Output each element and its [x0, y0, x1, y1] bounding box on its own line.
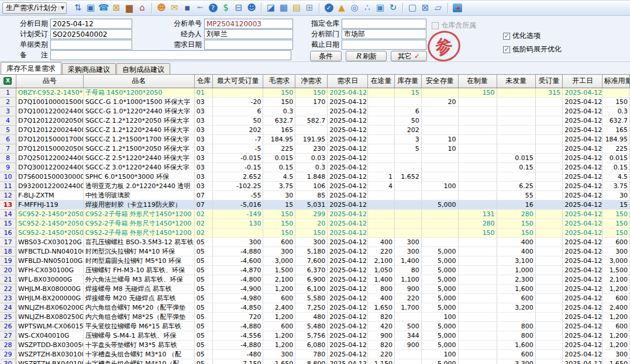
cell-stock[interactable]: 300: [394, 247, 421, 256]
cell-safety_stock[interactable]: 10: [421, 134, 458, 144]
cell-unshipped[interactable]: 1,000: [497, 265, 535, 275]
cell-std_usage[interactable]: 300: [603, 349, 630, 359]
lock-icon[interactable]: ⊠: [110, 2, 123, 14]
cell-safety_stock[interactable]: [421, 125, 458, 134]
row-number[interactable]: 15: [0, 219, 16, 228]
cell-ordered[interactable]: [535, 190, 563, 200]
cell-max_orderable[interactable]: [213, 228, 263, 237]
cell-gross_demand[interactable]: 165: [263, 125, 295, 134]
cell-safety_stock[interactable]: 5,000: [421, 303, 458, 312]
cell-net_demand[interactable]: 6,370: [295, 265, 328, 275]
cell-unshipped[interactable]: 55: [497, 190, 535, 200]
cell-in_making[interactable]: [458, 247, 497, 256]
cell-start_date[interactable]: 2025-04-12: [563, 247, 603, 256]
cell-in_making[interactable]: [458, 181, 497, 190]
cell-wh[interactable]: 05: [194, 237, 212, 247]
cell-max_orderable[interactable]: -4,880: [213, 321, 263, 331]
cell-net_demand[interactable]: 191.95: [295, 134, 328, 144]
row-number[interactable]: 21: [0, 275, 16, 284]
window-icon[interactable]: ▢: [406, 2, 419, 14]
cell-stock[interactable]: 1,400: [394, 256, 421, 265]
cell-start_date[interactable]: 2025-04-12: [563, 162, 603, 172]
cell-wh[interactable]: 03: [194, 125, 212, 134]
cell-pno[interactable]: WNLJZH-BX080250G: [16, 312, 83, 321]
cell-start_date[interactable]: 2025-04-12: [563, 359, 603, 364]
cell-demand_date[interactable]: 2025-04-12: [328, 256, 368, 265]
phone-icon[interactable]: ☎: [97, 2, 110, 14]
cell-net_demand[interactable]: 299: [295, 209, 328, 219]
table-row-5[interactable]: 5D7Q1201220024400GSGCC-Z 1.2*1220*2440 环…: [0, 125, 630, 134]
cell-safety_stock[interactable]: 5,000: [421, 265, 458, 275]
cell-gross_demand[interactable]: 225: [263, 144, 295, 153]
cell-pname[interactable]: SGCC-Z 1.2*1500*1700 环保大字: [83, 134, 194, 144]
table-row-29[interactable]: 29WSZPTZH-BX030100G十字槽盘头组合螺钉 M3*10 （配05-…: [0, 349, 630, 359]
mail-icon[interactable]: ✉: [168, 2, 181, 14]
table-row-1[interactable]: 1OBZY-C952-2-1450*2050子母箱 1450*1200*2050…: [0, 88, 630, 97]
column-header-safety_stock[interactable]: 安全存量: [421, 75, 458, 88]
cell-stock[interactable]: 80: [394, 265, 421, 275]
cell-start_date[interactable]: 2025-04-12: [563, 256, 603, 265]
cell-demand_date[interactable]: 2025-04-12: [328, 97, 368, 106]
cart-icon[interactable]: ⊟: [232, 2, 245, 14]
cell-in_transit[interactable]: 220: [368, 247, 395, 256]
cell-stock[interactable]: [394, 162, 421, 172]
cell-start_date[interactable]: 2025-04-12: [563, 312, 603, 321]
cell-wh[interactable]: 03: [194, 144, 212, 153]
cell-safety_stock[interactable]: 5,000: [421, 284, 458, 293]
table-row-11[interactable]: 11D932001220024400G透明亚克力板 2.0*1220*2440 …: [0, 181, 630, 190]
cell-max_orderable[interactable]: -4,880: [213, 340, 263, 349]
cell-stock[interactable]: 50: [394, 116, 421, 125]
cell-in_transit[interactable]: 820: [368, 312, 395, 321]
table-row-26[interactable]: 26WPTSWLM-CX060150G平头竖纹拉铆螺母 M6*15 易车铁05-…: [0, 321, 630, 331]
cell-in_transit[interactable]: 4: [368, 181, 395, 190]
cell-net_demand[interactable]: 150: [295, 228, 328, 237]
cell-std_usage[interactable]: 4.5: [603, 172, 630, 181]
remark-input[interactable]: [50, 50, 291, 60]
cell-unshipped[interactable]: [497, 97, 535, 106]
cell-stock[interactable]: [394, 349, 421, 359]
row-number[interactable]: 6: [0, 134, 16, 144]
cell-max_orderable[interactable]: -4,980: [213, 293, 263, 303]
doc-search-icon[interactable]: ◎: [348, 2, 361, 14]
cell-safety_stock[interactable]: 5,000: [421, 331, 458, 340]
cell-safety_stock[interactable]: [421, 172, 458, 181]
cell-std_usage[interactable]: 0.15: [603, 162, 630, 172]
cell-in_transit[interactable]: 1,050: [368, 265, 395, 275]
cell-std_usage[interactable]: 2,100: [603, 275, 630, 284]
cell-wh[interactable]: 05: [194, 340, 212, 349]
cell-net_demand[interactable]: 7,600: [295, 256, 328, 265]
cell-pno[interactable]: WNLJZH-BX060200G: [16, 303, 83, 312]
cell-in_transit[interactable]: [368, 219, 395, 228]
cell-std_usage[interactable]: 0.015: [603, 153, 630, 162]
column-header-wh[interactable]: 仓库: [194, 75, 212, 88]
cell-max_orderable[interactable]: -5,016: [213, 200, 263, 209]
cell-wh[interactable]: 05: [194, 303, 212, 312]
cell-in_transit[interactable]: [368, 200, 395, 209]
cell-pname[interactable]: 盲孔压铆螺柱 BSO-3.5M3-12 易车铁: [83, 237, 194, 247]
cell-gross_demand[interactable]: 2,100: [263, 275, 295, 284]
cell-pname[interactable]: 十字槽盘头组合螺钉 M4*10（配: [83, 359, 194, 364]
cell-in_making[interactable]: [458, 284, 497, 293]
cell-pname[interactable]: C952-2子母箱 外形尺寸1450*1200: [83, 219, 194, 228]
cell-demand_date[interactable]: 2025-04-12: [328, 134, 368, 144]
cell-unshipped[interactable]: 600: [497, 293, 535, 303]
cell-pname[interactable]: SGCC-Z 3.0*1220*2440 环保大字: [83, 162, 194, 172]
cell-in_making[interactable]: [458, 293, 497, 303]
table-row-25[interactable]: 25WNLJZH-BX080250G内六角组合螺钉 M8*25（配平弹垫0572…: [0, 312, 630, 321]
cell-in_making[interactable]: [458, 256, 497, 265]
cell-wh[interactable]: 03: [194, 181, 212, 190]
cell-demand_date[interactable]: 2025-04-12: [328, 162, 368, 172]
cell-max_orderable[interactable]: -0.15: [213, 162, 263, 172]
module-selector-dropdown[interactable]: 生产需求/计划分 ▼: [2, 2, 67, 14]
cell-std_usage[interactable]: 1,500: [603, 265, 630, 275]
cell-in_making[interactable]: [458, 237, 497, 247]
table-row-2[interactable]: 2D7Q1001000015000GSGCC-G 1.0*1000*1500 环…: [0, 97, 630, 106]
cell-std_usage[interactable]: 150: [603, 228, 630, 237]
cell-in_making[interactable]: [458, 321, 497, 331]
monitor-icon[interactable]: ▣: [84, 2, 97, 14]
cell-pname[interactable]: SGCC-Z 2.5*1220*2440 环保大字: [83, 153, 194, 162]
cell-pname[interactable]: 焊接螺母 M20 无碰焊点 易车铁: [83, 293, 194, 303]
cell-pname[interactable]: SGCC-Z 1.2*1220*2050 环保大字: [83, 116, 194, 125]
cell-gross_demand[interactable]: 1,200: [263, 331, 295, 340]
cell-ordered[interactable]: [535, 106, 563, 116]
